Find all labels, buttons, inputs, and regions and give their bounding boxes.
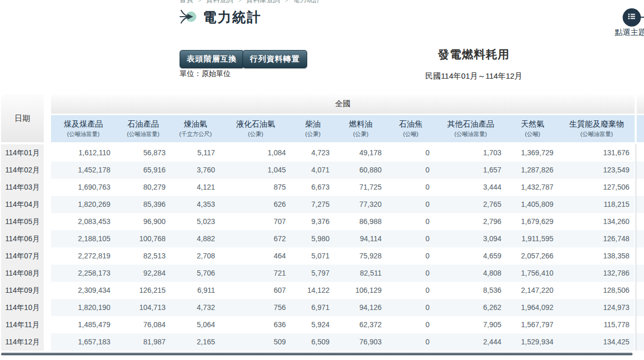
value-cell: 0 <box>387 299 435 316</box>
value-cell: 131,676 <box>559 144 635 162</box>
table-row: 114年07月2,272,81982,5132,7084645,07175,92… <box>0 247 644 265</box>
value-cell: 607 <box>220 282 291 299</box>
row-values: 1,452,17865,9163,7601,0454,07160,88001,6… <box>51 162 635 179</box>
value-cell: 1,657,183 <box>51 333 116 351</box>
column-header: 其他石油產品(公噸油當量) <box>435 115 507 142</box>
value-cell: 4,723 <box>291 144 335 162</box>
column-unit: (公噸) <box>403 130 418 138</box>
row-overflow-cell <box>636 282 644 299</box>
breadcrumb-item[interactable]: 資料庫查詢 <box>246 0 280 4</box>
value-cell: 1,045 <box>220 162 291 179</box>
value-cell: 3,444 <box>435 179 507 196</box>
value-cell: 4,659 <box>435 247 507 265</box>
value-cell: 1,485,479 <box>51 316 116 333</box>
value-cell: 3,094 <box>435 230 507 247</box>
transpose-button[interactable]: 行列資料轉置 <box>243 50 307 68</box>
row-date: 114年03月 <box>1 179 44 196</box>
value-cell: 124,973 <box>559 299 635 316</box>
column-unit: (公秉) <box>305 130 320 138</box>
row-date: 114年05月 <box>1 213 44 230</box>
value-cell: 1,756,410 <box>507 265 559 282</box>
value-cell: 5,924 <box>291 316 335 333</box>
row-spacer <box>44 144 51 162</box>
value-cell: 132,786 <box>559 265 635 282</box>
breadcrumb-item[interactable]: 資料查詢 <box>206 0 233 4</box>
value-cell: 1,287,826 <box>507 162 559 179</box>
column-name: 燃料油 <box>349 119 373 129</box>
value-cell: 2,083,453 <box>51 213 116 230</box>
value-cell: 106,129 <box>335 282 387 299</box>
row-date: 114年04月 <box>1 196 44 213</box>
row-date: 114年08月 <box>1 265 44 282</box>
column-unit: (公噸) <box>525 130 540 138</box>
value-cell: 115,778 <box>559 316 635 333</box>
value-cell: 0 <box>387 213 435 230</box>
value-cell: 1,529,934 <box>507 333 559 351</box>
column-header: 柴油(公秉) <box>291 115 335 142</box>
value-cell: 127,506 <box>559 179 635 196</box>
value-cell: 1,405,809 <box>507 196 559 213</box>
value-cell: 2,309,434 <box>51 282 116 299</box>
row-spacer <box>44 299 51 316</box>
row-values: 1,820,190104,7134,7327566,97194,12606,26… <box>51 299 635 316</box>
value-cell: 4,121 <box>171 179 220 196</box>
row-spacer <box>44 162 51 179</box>
report-title: 發電燃料耗用 <box>396 47 552 63</box>
value-cell: 2,796 <box>435 213 507 230</box>
value-cell: 6,911 <box>171 282 220 299</box>
value-cell: 60,880 <box>335 162 387 179</box>
row-values: 1,657,18381,9872,1655096,50976,90302,444… <box>51 333 635 351</box>
column-header: 石油焦(公噸) <box>387 115 435 142</box>
row-spacer <box>44 247 51 265</box>
table-body: 114年01月1,612,11056,8735,1171,0844,72349,… <box>0 144 644 351</box>
value-cell: 0 <box>387 316 435 333</box>
row-values: 2,188,105100,7684,8826725,98094,11403,09… <box>51 230 635 247</box>
breadcrumb-item[interactable]: 電力統計 <box>293 0 320 4</box>
row-spacer <box>44 316 51 333</box>
row-spacer <box>44 196 51 213</box>
value-cell: 81,987 <box>116 333 171 351</box>
value-cell: 626 <box>220 196 291 213</box>
table-row: 114年05月2,083,45396,9005,0237079,37686,98… <box>0 213 644 230</box>
value-cell: 3,760 <box>171 162 220 179</box>
date-column-header: 日期 <box>1 94 44 142</box>
row-date: 114年07月 <box>1 247 44 265</box>
column-header: 煉油氣(千立方公尺) <box>171 115 220 142</box>
value-cell: 0 <box>387 265 435 282</box>
column-unit: (公秉) <box>353 130 368 138</box>
value-cell: 8,536 <box>435 282 507 299</box>
table-row: 114年11月1,485,47976,0845,0646365,92462,37… <box>0 316 644 333</box>
horizontal-scrollbar[interactable] <box>1 353 633 355</box>
breadcrumb-separator: ＞ <box>197 0 203 3</box>
column-header: 生質能及廢棄物(公噸油當量) <box>559 115 635 142</box>
value-cell: 62,372 <box>335 316 387 333</box>
row-overflow-cell <box>636 247 644 265</box>
value-cell: 1,369,729 <box>507 144 559 162</box>
value-cell: 128,506 <box>559 282 635 299</box>
value-cell: 75,928 <box>335 247 387 265</box>
value-cell: 1,432,787 <box>507 179 559 196</box>
value-cell: 6,262 <box>435 299 507 316</box>
breadcrumb[interactable]: 首頁＞資料查詢＞資料庫查詢＞電力統計 <box>180 0 324 5</box>
theme-menu-label[interactable]: 點選主題 <box>615 28 644 38</box>
row-overflow-cell <box>636 299 644 316</box>
list-icon <box>627 12 636 23</box>
column-header-overflow <box>637 115 644 142</box>
value-cell: 7,275 <box>291 196 335 213</box>
region-group-header: 全國 <box>51 94 635 114</box>
swap-header-button[interactable]: 表頭階層互換 <box>180 50 244 68</box>
value-cell: 2,057,266 <box>507 247 559 265</box>
value-cell: 134,260 <box>559 213 635 230</box>
row-date: 114年02月 <box>1 162 44 179</box>
theme-menu-button[interactable] <box>623 8 641 27</box>
value-cell: 123,549 <box>559 162 635 179</box>
value-cell: 1,690,763 <box>51 179 116 196</box>
table-row: 114年02月1,452,17865,9163,7601,0454,07160,… <box>0 162 644 179</box>
breadcrumb-item[interactable]: 首頁 <box>180 0 193 4</box>
row-spacer <box>44 265 51 282</box>
row-values: 2,083,45396,9005,0237079,37686,98802,796… <box>51 213 635 230</box>
row-spacer <box>44 213 51 230</box>
value-cell: 672 <box>220 230 291 247</box>
row-values: 2,309,434126,2156,91160714,122106,12908,… <box>51 282 635 299</box>
breadcrumb-separator: ＞ <box>284 0 289 3</box>
